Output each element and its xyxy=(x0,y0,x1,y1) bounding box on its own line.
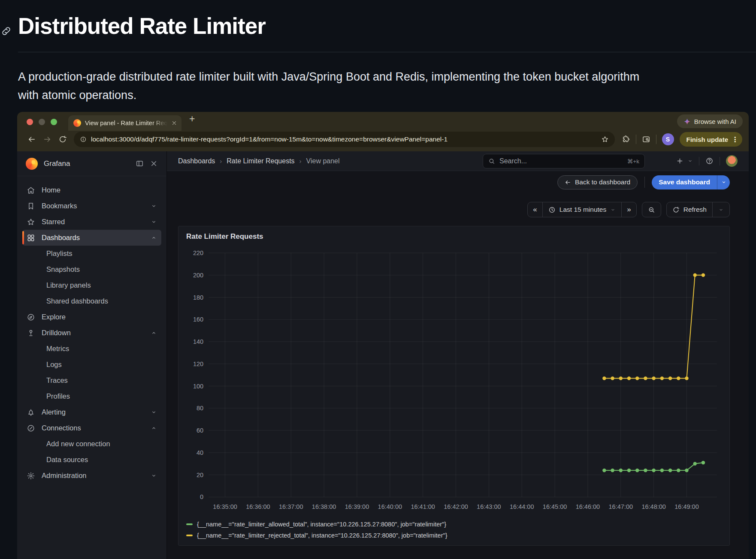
svg-text:16:44:00: 16:44:00 xyxy=(510,504,534,511)
tab-close-icon[interactable] xyxy=(171,120,177,126)
legend-series-dash xyxy=(186,523,193,525)
bell-icon xyxy=(27,408,35,417)
svg-text:16:46:00: 16:46:00 xyxy=(576,504,600,511)
back-to-dashboard-button[interactable]: Back to dashboard xyxy=(557,175,638,189)
user-avatar[interactable] xyxy=(726,155,738,167)
apps-icon xyxy=(27,234,35,242)
sidebar-item-home[interactable]: Home xyxy=(22,182,161,198)
panel-title[interactable]: Rate Limiter Requests xyxy=(185,231,723,245)
time-shift-back-button[interactable]: « xyxy=(528,202,542,217)
refresh-interval-dropdown[interactable] xyxy=(712,202,729,217)
sidebar-item-starred[interactable]: Starred xyxy=(22,214,161,230)
breadcrumb-item[interactable]: Dashboards xyxy=(178,157,215,165)
search-shortcut: ⌘+k xyxy=(627,158,639,165)
legend-item[interactable]: {__name__="rate_limiter_rejected_total",… xyxy=(186,530,722,541)
sidebar-item-bookmarks[interactable]: Bookmarks xyxy=(22,198,161,214)
extensions-icon[interactable] xyxy=(622,135,630,144)
sidebar-item-label: Connections xyxy=(42,424,81,432)
dock-icon[interactable] xyxy=(136,159,144,168)
svg-text:16:45:00: 16:45:00 xyxy=(543,504,567,511)
mac-close-button[interactable] xyxy=(27,119,33,125)
sidebar-item-traces[interactable]: Traces xyxy=(22,373,161,388)
svg-text:16:41:00: 16:41:00 xyxy=(411,504,435,511)
sidebar-item-drilldown[interactable]: Drilldown xyxy=(22,325,161,341)
search-input[interactable]: Search... ⌘+k xyxy=(483,154,645,168)
mac-minimize-button[interactable] xyxy=(39,119,45,125)
browser-profile-avatar[interactable]: S xyxy=(662,133,674,145)
anchor-link-icon[interactable] xyxy=(1,26,12,36)
sidebar-item-library-panels[interactable]: Library panels xyxy=(22,277,161,293)
refresh-button[interactable]: Refresh xyxy=(667,202,712,217)
chevron-down-icon xyxy=(151,472,157,479)
sidebar-item-dashboards[interactable]: Dashboards xyxy=(22,230,161,246)
address-bar[interactable]: localhost:3000/d/adqf775/rate-limiter-re… xyxy=(74,132,615,147)
breadcrumb-item[interactable]: Rate Limiter Requests xyxy=(227,157,294,165)
chevron-down-icon[interactable] xyxy=(687,158,693,164)
browse-with-ai-button[interactable]: Browse with AI xyxy=(677,114,743,128)
mac-zoom-button[interactable] xyxy=(51,119,57,125)
sidebar-item-explore[interactable]: Explore xyxy=(22,309,161,325)
bookmark-star-icon[interactable] xyxy=(601,135,609,143)
back-arrow-icon[interactable] xyxy=(27,135,36,144)
svg-text:60: 60 xyxy=(197,427,203,434)
chevron-down-icon xyxy=(718,207,724,213)
sidebar-item-label: Explore xyxy=(42,313,66,321)
grafana-main: Dashboards›Rate Limiter Requests›View pa… xyxy=(167,151,749,559)
topbar-icons xyxy=(676,155,738,167)
save-dashboard-button[interactable]: Save dashboard xyxy=(652,175,730,189)
svg-text:220: 220 xyxy=(193,249,203,256)
time-range-picker[interactable]: Last 15 minutes xyxy=(542,202,621,217)
browser-menu-icon[interactable]: ⋮ xyxy=(732,135,738,144)
chart-svg[interactable]: 02040608010012014016018020022016:35:0016… xyxy=(185,245,723,516)
sidebar-item-add-new-connection[interactable]: Add new connection xyxy=(22,436,161,452)
chevron-down-icon xyxy=(151,203,157,209)
legend-item[interactable]: {__name__="rate_limiter_allowed_total", … xyxy=(186,519,722,530)
sidebar-item-label: Bookmarks xyxy=(42,202,77,210)
sidebar-item-label: Profiles xyxy=(46,392,70,400)
sidebar-item-shared-dashboards[interactable]: Shared dashboards xyxy=(22,293,161,309)
sidebar-item-label: Traces xyxy=(46,376,68,385)
sidebar-item-label: Data sources xyxy=(46,456,88,464)
save-dashboard-dropdown[interactable] xyxy=(717,175,730,189)
refresh-icon xyxy=(672,206,680,213)
sidebar-item-snapshots[interactable]: Snapshots xyxy=(22,261,161,277)
plus-icon[interactable] xyxy=(676,157,684,165)
sidebar-close-icon[interactable] xyxy=(150,159,158,168)
sidebar-item-metrics[interactable]: Metrics xyxy=(22,341,161,357)
svg-text:140: 140 xyxy=(193,338,203,345)
sidebar-item-label: Metrics xyxy=(46,345,69,353)
reload-icon[interactable] xyxy=(58,135,67,144)
refresh-group: Refresh xyxy=(666,202,730,217)
sidebar-item-profiles[interactable]: Profiles xyxy=(22,388,161,404)
browser-tab[interactable]: View panel - Rate Limiter Req xyxy=(68,115,181,131)
help-icon[interactable] xyxy=(705,157,714,165)
divider xyxy=(18,52,756,52)
time-shift-forward-button[interactable]: » xyxy=(621,202,636,217)
chevron-up-icon xyxy=(151,234,157,241)
new-tab-button[interactable]: + xyxy=(189,114,195,124)
breadcrumb-separator: › xyxy=(220,157,222,165)
legend-series-label: {__name__="rate_limiter_allowed_total", … xyxy=(197,521,446,528)
side-panel-search-icon[interactable] xyxy=(642,135,650,144)
sidebar-item-playlists[interactable]: Playlists xyxy=(22,246,161,261)
forward-arrow-icon[interactable] xyxy=(43,135,51,144)
svg-text:120: 120 xyxy=(193,361,203,367)
grafana-logo-icon[interactable] xyxy=(26,158,38,170)
bookmark-icon xyxy=(27,202,35,210)
finish-update-button[interactable]: Finish update ⋮ xyxy=(680,132,743,147)
sidebar-item-logs[interactable]: Logs xyxy=(22,357,161,373)
sidebar-item-data-sources[interactable]: Data sources xyxy=(22,452,161,468)
legend-series-label: {__name__="rate_limiter_rejected_total",… xyxy=(197,532,447,539)
browser-toolbar: S Finish update ⋮ xyxy=(622,132,743,147)
sparkle-ai-icon xyxy=(683,118,691,125)
sidebar-item-alerting[interactable]: Alerting xyxy=(22,404,161,420)
drilldown-icon xyxy=(27,329,35,337)
sidebar-item-administration[interactable]: Administration xyxy=(22,468,161,484)
sidebar-header: Grafana xyxy=(17,151,166,176)
browser-url-bar: localhost:3000/d/adqf775/rate-limiter-re… xyxy=(17,131,749,151)
sidebar-item-connections[interactable]: Connections xyxy=(22,420,161,436)
zoom-out-button[interactable] xyxy=(642,202,661,217)
info-icon[interactable] xyxy=(80,136,87,143)
svg-text:16:35:00: 16:35:00 xyxy=(213,504,237,511)
svg-text:16:48:00: 16:48:00 xyxy=(641,504,666,511)
